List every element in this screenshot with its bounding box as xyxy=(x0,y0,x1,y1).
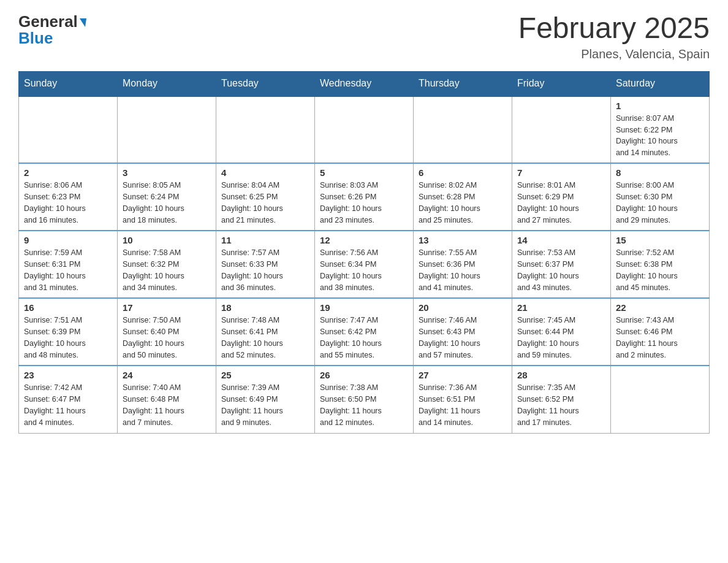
weekday-header-wednesday: Wednesday xyxy=(315,71,414,96)
day-number: 10 xyxy=(123,235,211,245)
calendar-cell: 1Sunrise: 8:07 AM Sunset: 6:22 PM Daylig… xyxy=(611,96,710,163)
day-number: 5 xyxy=(320,167,408,178)
calendar-cell: 10Sunrise: 7:58 AM Sunset: 6:32 PM Dayli… xyxy=(118,231,216,298)
day-number: 8 xyxy=(616,167,704,178)
day-info: Sunrise: 8:00 AM Sunset: 6:30 PM Dayligh… xyxy=(616,180,704,226)
day-info: Sunrise: 8:03 AM Sunset: 6:26 PM Dayligh… xyxy=(320,180,408,226)
day-number: 19 xyxy=(320,302,408,313)
calendar-cell: 5Sunrise: 8:03 AM Sunset: 6:26 PM Daylig… xyxy=(315,163,414,231)
week-row-1: 1Sunrise: 8:07 AM Sunset: 6:22 PM Daylig… xyxy=(19,96,710,163)
calendar-cell: 16Sunrise: 7:51 AM Sunset: 6:39 PM Dayli… xyxy=(19,298,118,366)
week-row-3: 9Sunrise: 7:59 AM Sunset: 6:31 PM Daylig… xyxy=(19,231,710,298)
weekday-header-row: SundayMondayTuesdayWednesdayThursdayFrid… xyxy=(19,71,710,96)
location-title: Planes, Valencia, Spain xyxy=(518,47,710,61)
day-number: 28 xyxy=(517,370,605,380)
weekday-header-sunday: Sunday xyxy=(19,71,118,96)
day-number: 18 xyxy=(221,302,309,313)
day-info: Sunrise: 7:52 AM Sunset: 6:38 PM Dayligh… xyxy=(616,247,704,293)
day-info: Sunrise: 7:38 AM Sunset: 6:50 PM Dayligh… xyxy=(320,382,408,428)
calendar-cell: 6Sunrise: 8:02 AM Sunset: 6:28 PM Daylig… xyxy=(414,163,512,231)
day-number: 14 xyxy=(517,235,605,245)
day-info: Sunrise: 7:48 AM Sunset: 6:41 PM Dayligh… xyxy=(221,315,309,361)
week-row-5: 23Sunrise: 7:42 AM Sunset: 6:47 PM Dayli… xyxy=(19,366,710,433)
calendar-cell: 27Sunrise: 7:36 AM Sunset: 6:51 PM Dayli… xyxy=(414,366,512,433)
day-info: Sunrise: 7:39 AM Sunset: 6:49 PM Dayligh… xyxy=(221,382,309,428)
day-number: 21 xyxy=(517,302,605,313)
calendar-cell: 17Sunrise: 7:50 AM Sunset: 6:40 PM Dayli… xyxy=(118,298,216,366)
weekday-header-thursday: Thursday xyxy=(414,71,512,96)
weekday-header-friday: Friday xyxy=(512,71,611,96)
day-number: 6 xyxy=(419,167,507,178)
calendar-cell: 12Sunrise: 7:56 AM Sunset: 6:34 PM Dayli… xyxy=(315,231,414,298)
day-info: Sunrise: 7:43 AM Sunset: 6:46 PM Dayligh… xyxy=(616,315,704,361)
day-number: 4 xyxy=(221,167,309,178)
calendar-cell: 9Sunrise: 7:59 AM Sunset: 6:31 PM Daylig… xyxy=(19,231,118,298)
day-info: Sunrise: 7:53 AM Sunset: 6:37 PM Dayligh… xyxy=(517,247,605,293)
day-number: 16 xyxy=(24,302,112,313)
day-number: 12 xyxy=(320,235,408,245)
calendar-cell: 23Sunrise: 7:42 AM Sunset: 6:47 PM Dayli… xyxy=(19,366,118,433)
day-number: 26 xyxy=(320,370,408,380)
day-info: Sunrise: 7:57 AM Sunset: 6:33 PM Dayligh… xyxy=(221,247,309,293)
day-info: Sunrise: 7:55 AM Sunset: 6:36 PM Dayligh… xyxy=(419,247,507,293)
day-info: Sunrise: 7:42 AM Sunset: 6:47 PM Dayligh… xyxy=(24,382,112,428)
calendar-cell: 21Sunrise: 7:45 AM Sunset: 6:44 PM Dayli… xyxy=(512,298,611,366)
calendar-cell: 4Sunrise: 8:04 AM Sunset: 6:25 PM Daylig… xyxy=(216,163,315,231)
day-info: Sunrise: 8:06 AM Sunset: 6:23 PM Dayligh… xyxy=(24,180,112,226)
day-info: Sunrise: 7:45 AM Sunset: 6:44 PM Dayligh… xyxy=(517,315,605,361)
day-info: Sunrise: 7:40 AM Sunset: 6:48 PM Dayligh… xyxy=(123,382,211,428)
calendar-cell: 19Sunrise: 7:47 AM Sunset: 6:42 PM Dayli… xyxy=(315,298,414,366)
day-info: Sunrise: 7:58 AM Sunset: 6:32 PM Dayligh… xyxy=(123,247,211,293)
weekday-header-saturday: Saturday xyxy=(611,71,710,96)
day-number: 3 xyxy=(123,167,211,178)
logo: General Blue xyxy=(18,12,86,48)
calendar-table: SundayMondayTuesdayWednesdayThursdayFrid… xyxy=(18,71,710,434)
day-number: 13 xyxy=(419,235,507,245)
day-info: Sunrise: 7:35 AM Sunset: 6:52 PM Dayligh… xyxy=(517,382,605,428)
calendar-cell: 20Sunrise: 7:46 AM Sunset: 6:43 PM Dayli… xyxy=(414,298,512,366)
calendar-cell: 28Sunrise: 7:35 AM Sunset: 6:52 PM Dayli… xyxy=(512,366,611,433)
day-info: Sunrise: 8:05 AM Sunset: 6:24 PM Dayligh… xyxy=(123,180,211,226)
day-number: 1 xyxy=(616,101,704,111)
day-info: Sunrise: 8:04 AM Sunset: 6:25 PM Dayligh… xyxy=(221,180,309,226)
week-row-4: 16Sunrise: 7:51 AM Sunset: 6:39 PM Dayli… xyxy=(19,298,710,366)
calendar-cell: 18Sunrise: 7:48 AM Sunset: 6:41 PM Dayli… xyxy=(216,298,315,366)
calendar-cell xyxy=(414,96,512,163)
day-info: Sunrise: 7:46 AM Sunset: 6:43 PM Dayligh… xyxy=(419,315,507,361)
calendar-cell xyxy=(216,96,315,163)
calendar-cell: 25Sunrise: 7:39 AM Sunset: 6:49 PM Dayli… xyxy=(216,366,315,433)
day-info: Sunrise: 7:51 AM Sunset: 6:39 PM Dayligh… xyxy=(24,315,112,361)
day-number: 25 xyxy=(221,370,309,380)
day-number: 22 xyxy=(616,302,704,313)
day-number: 7 xyxy=(517,167,605,178)
month-title: February 2025 xyxy=(518,12,710,45)
day-info: Sunrise: 8:01 AM Sunset: 6:29 PM Dayligh… xyxy=(517,180,605,226)
day-info: Sunrise: 8:02 AM Sunset: 6:28 PM Dayligh… xyxy=(419,180,507,226)
calendar-cell: 24Sunrise: 7:40 AM Sunset: 6:48 PM Dayli… xyxy=(118,366,216,433)
day-number: 23 xyxy=(24,370,112,380)
day-info: Sunrise: 8:07 AM Sunset: 6:22 PM Dayligh… xyxy=(616,113,704,159)
day-info: Sunrise: 7:47 AM Sunset: 6:42 PM Dayligh… xyxy=(320,315,408,361)
page-header: General Blue February 2025 Planes, Valen… xyxy=(18,12,710,61)
day-number: 2 xyxy=(24,167,112,178)
weekday-header-tuesday: Tuesday xyxy=(216,71,315,96)
calendar-cell: 26Sunrise: 7:38 AM Sunset: 6:50 PM Dayli… xyxy=(315,366,414,433)
day-info: Sunrise: 7:50 AM Sunset: 6:40 PM Dayligh… xyxy=(123,315,211,361)
calendar-cell: 22Sunrise: 7:43 AM Sunset: 6:46 PM Dayli… xyxy=(611,298,710,366)
week-row-2: 2Sunrise: 8:06 AM Sunset: 6:23 PM Daylig… xyxy=(19,163,710,231)
calendar-cell: 2Sunrise: 8:06 AM Sunset: 6:23 PM Daylig… xyxy=(19,163,118,231)
title-area: February 2025 Planes, Valencia, Spain xyxy=(518,12,710,61)
day-number: 15 xyxy=(616,235,704,245)
day-info: Sunrise: 7:59 AM Sunset: 6:31 PM Dayligh… xyxy=(24,247,112,293)
calendar-cell xyxy=(118,96,216,163)
weekday-header-monday: Monday xyxy=(118,71,216,96)
calendar-cell: 3Sunrise: 8:05 AM Sunset: 6:24 PM Daylig… xyxy=(118,163,216,231)
day-info: Sunrise: 7:56 AM Sunset: 6:34 PM Dayligh… xyxy=(320,247,408,293)
day-number: 27 xyxy=(419,370,507,380)
day-number: 17 xyxy=(123,302,211,313)
calendar-cell: 14Sunrise: 7:53 AM Sunset: 6:37 PM Dayli… xyxy=(512,231,611,298)
calendar-cell: 13Sunrise: 7:55 AM Sunset: 6:36 PM Dayli… xyxy=(414,231,512,298)
calendar-cell: 15Sunrise: 7:52 AM Sunset: 6:38 PM Dayli… xyxy=(611,231,710,298)
day-number: 24 xyxy=(123,370,211,380)
calendar-cell: 7Sunrise: 8:01 AM Sunset: 6:29 PM Daylig… xyxy=(512,163,611,231)
